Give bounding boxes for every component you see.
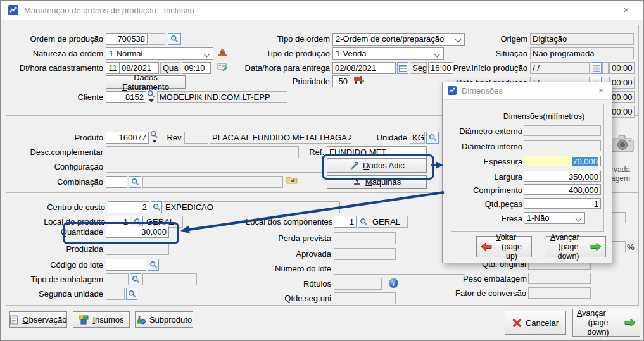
- ordem-producao-sub-field: [149, 33, 165, 45]
- calendar-icon[interactable]: [591, 62, 602, 74]
- perda-prevista-field: [334, 232, 396, 244]
- search-icon[interactable]: [168, 33, 181, 45]
- codigo-lote-field[interactable]: [106, 259, 146, 271]
- voltar-button[interactable]: Voltar (page up): [476, 236, 532, 257]
- dthora-hora-field[interactable]: 09:10: [182, 62, 211, 74]
- comprimento-field[interactable]: 408,000: [524, 184, 601, 195]
- svg-text:i: i: [393, 280, 395, 287]
- chevron-down-icon[interactable]: [152, 140, 157, 143]
- green-arrow-icon: [590, 242, 602, 251]
- produto-desc-field: PLACA AL FUNDIDO METALTHAGA AC: [210, 132, 351, 144]
- diametro-externo-field: [524, 125, 601, 136]
- avancar-dialog-button[interactable]: Avançar (page down): [546, 236, 606, 257]
- origem-field: Digitação: [530, 33, 634, 45]
- info-icon[interactable]: i: [388, 278, 399, 288]
- combinacao-desc-field: [142, 176, 283, 188]
- fator-conversao-label: Fator de conversão: [453, 288, 526, 298]
- largura-field[interactable]: 350,000: [524, 171, 601, 182]
- chevron-down-icon: [576, 216, 582, 222]
- configuracao-field: [106, 161, 322, 173]
- combinacao-label: Combinação: [49, 177, 103, 187]
- search-icon[interactable]: [129, 176, 141, 188]
- tipo-producao-label: Tipo de produção: [260, 49, 330, 58]
- qtd-pecas-label: Qtd.peças: [448, 199, 522, 209]
- calendar-icon[interactable]: [397, 62, 408, 74]
- ref-field[interactable]: FUNDIDO MET: [327, 146, 427, 158]
- comprimento-label: Comprimento: [448, 185, 522, 195]
- situacao-label: Situação: [486, 49, 527, 58]
- qtd-pecas-field[interactable]: 1: [524, 198, 601, 209]
- entrega-label: Data/hora para entrega: [241, 63, 330, 73]
- peso-embalagem-label: Peso embalagem: [463, 274, 526, 283]
- search-icon[interactable]: [151, 201, 162, 213]
- dados-faturamento-button[interactable]: Dados Faturamento: [106, 75, 186, 89]
- tipo-embalagem-desc-field: [142, 273, 197, 285]
- hora-field-3: 00:00: [609, 91, 635, 103]
- ordem-producao-field[interactable]: 700538: [106, 33, 148, 45]
- desc-complementar-label: Desc.complementar: [27, 147, 103, 157]
- dialog-title: Dimensões: [462, 86, 503, 96]
- edit-card-icon[interactable]: [217, 62, 228, 72]
- red-arrow-icon: [481, 242, 492, 251]
- espessura-label: Espessura: [448, 157, 522, 166]
- segunda-unidade-label: Segunda unidade: [37, 289, 103, 299]
- chevron-down-icon: [434, 51, 441, 58]
- app-icon: [8, 5, 18, 15]
- cliente-nome-field: MODELPIK IND.COM.LT-EPP: [157, 91, 287, 103]
- centro-custo-nome-field: EXPEDICAO: [163, 201, 340, 213]
- fresa-dropdown[interactable]: 1-Não: [524, 212, 585, 224]
- origem-label: Origem: [489, 34, 527, 44]
- search-icon[interactable]: [148, 259, 159, 271]
- combinacao-cod-field[interactable]: [106, 176, 127, 188]
- camera-caption-fragment-1: rvada: [611, 165, 630, 174]
- espessura-field[interactable]: 70,000: [524, 156, 601, 166]
- stamp-icon[interactable]: [217, 48, 228, 58]
- search-icon[interactable]: [130, 273, 141, 285]
- prev-inicio-label: Prev.início produção: [448, 63, 527, 73]
- natureza-label: Natureza da ordem: [27, 49, 103, 58]
- search-icon[interactable]: [426, 132, 439, 144]
- rotulos-field: [334, 278, 382, 290]
- chevron-down-icon[interactable]: [149, 99, 154, 102]
- insumos-button[interactable]: Insumos: [73, 311, 130, 328]
- tipo-ordem-dropdown[interactable]: 2-Ordem de corte/preparação: [332, 33, 465, 46]
- quantidade-field[interactable]: 30,000: [106, 226, 169, 238]
- close-icon[interactable]: ×: [620, 4, 633, 16]
- cliente-cod-field[interactable]: 8152: [106, 91, 146, 103]
- pencil-arrow-icon: [349, 161, 359, 170]
- unidade-field: KG: [410, 132, 425, 144]
- centro-custo-cod-field[interactable]: 2: [108, 201, 149, 213]
- produto-cod-field[interactable]: 160077: [106, 132, 149, 144]
- centro-custo-label: Centro de custo: [42, 202, 105, 212]
- green-arrow-icon: [624, 318, 636, 327]
- tipo-embalagem-cod-field: [106, 273, 129, 285]
- subproduto-button[interactable]: Subproduto: [135, 311, 193, 328]
- entrega-data-field[interactable]: 02/08/2021: [332, 62, 396, 74]
- dimensoes-dialog: Dimensões × Dimensões(milímetros) Diâmet…: [442, 82, 612, 263]
- local-componentes-cod-field[interactable]: 1: [334, 216, 357, 228]
- folder-icon[interactable]: [286, 175, 298, 185]
- forklift-icon[interactable]: [353, 75, 365, 84]
- prioridade-field[interactable]: 50: [332, 75, 350, 87]
- aprovada-label: Aprovada: [290, 249, 331, 259]
- observacao-button[interactable]: Observação: [9, 311, 67, 328]
- tipo-producao-dropdown[interactable]: 1-Venda: [332, 47, 444, 60]
- desc-complementar-field: [106, 146, 299, 158]
- search-icon[interactable]: [147, 90, 155, 102]
- search-icon[interactable]: [126, 288, 137, 300]
- produzida-field: [106, 243, 169, 255]
- avancar-button[interactable]: Avançar (page down): [572, 309, 640, 337]
- camera-icon[interactable]: [611, 134, 634, 153]
- dados-adic-button[interactable]: Dados Adic: [327, 158, 427, 173]
- close-icon[interactable]: ×: [595, 84, 607, 97]
- natureza-dropdown[interactable]: 1-Normal: [106, 47, 213, 60]
- maquinas-button[interactable]: Máquinas: [327, 175, 427, 189]
- percent-label: %: [627, 242, 636, 252]
- qtde-seg-uni-field: [334, 292, 396, 304]
- search-icon[interactable]: [150, 130, 158, 143]
- search-icon[interactable]: [358, 216, 369, 228]
- red-x-icon: [512, 318, 522, 328]
- cancelar-button[interactable]: Cancelar: [505, 311, 566, 335]
- situacao-field: Não programada: [530, 47, 634, 59]
- configuracao-label: Configuração: [46, 162, 103, 171]
